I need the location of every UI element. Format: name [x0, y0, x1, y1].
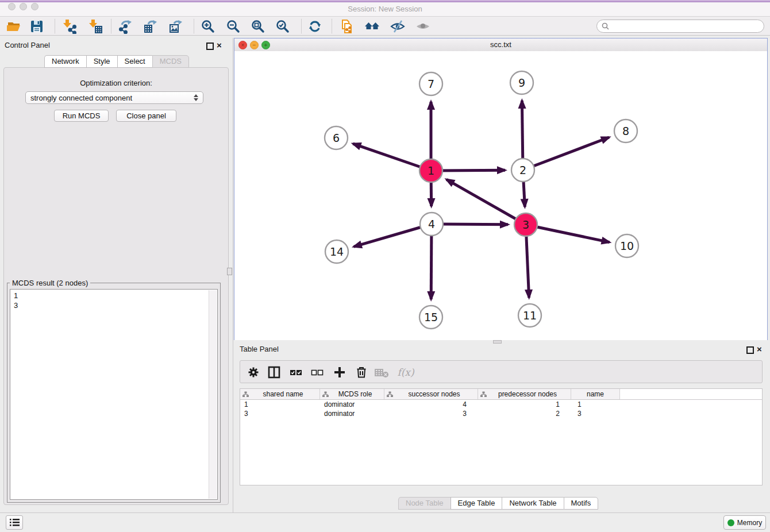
vertical-splitter[interactable] [233, 38, 233, 512]
save-icon [29, 19, 44, 34]
export-table-button[interactable] [141, 18, 160, 34]
column-header-name[interactable]: name [571, 389, 620, 399]
graph-node[interactable]: 3 [514, 213, 537, 236]
table-cell[interactable]: dominator [320, 409, 384, 418]
graph-node[interactable]: 10 [615, 234, 638, 257]
plus-icon [332, 365, 347, 380]
column-header-predecessor-nodes[interactable]: predecessor nodes [478, 389, 571, 399]
table-cell[interactable]: 3 [240, 409, 320, 418]
save-session-button[interactable] [28, 18, 46, 34]
control-panel-close-button[interactable]: × [217, 42, 222, 49]
import-table-button[interactable] [86, 18, 105, 34]
table-cell[interactable]: 1 [240, 400, 320, 409]
memory-button[interactable]: Memory [723, 515, 766, 530]
export-network-icon [118, 19, 133, 34]
tab-node-table[interactable]: Node Table [398, 497, 451, 510]
graph-node[interactable]: 14 [325, 240, 348, 263]
graph-node[interactable]: 1 [419, 159, 442, 182]
table-cell[interactable]: 1 [571, 400, 620, 409]
svg-text:11: 11 [523, 309, 537, 322]
eye-disabled-icon [415, 19, 430, 34]
unchecked-boxes-icon [310, 365, 324, 380]
table-panel-float-button[interactable] [746, 346, 754, 356]
delete-table-button-disabled [374, 364, 391, 380]
tab-network-table[interactable]: Network Table [502, 497, 563, 510]
table-settings-button[interactable] [245, 364, 262, 380]
show-hidden-button[interactable] [414, 18, 432, 34]
run-mcds-button[interactable]: Run MCDS [54, 110, 109, 122]
column-header-successor-nodes[interactable]: successor nodes [384, 389, 478, 399]
hide-selected-button[interactable] [388, 18, 407, 34]
export-image-icon [168, 19, 183, 34]
copy-network-button[interactable] [338, 18, 356, 34]
application-window: Session: New Session [0, 0, 770, 532]
hierarchy-icon [480, 391, 487, 398]
graph-node[interactable]: 9 [510, 71, 533, 94]
result-scrollbar[interactable] [209, 290, 217, 499]
horizontal-splitter-grip[interactable] [493, 340, 502, 344]
tab-style[interactable]: Style [86, 55, 117, 68]
table-cell[interactable]: 3 [384, 409, 478, 418]
import-table-icon [88, 19, 103, 34]
table-row[interactable]: 3dominator323 [240, 409, 762, 418]
zoom-out-button[interactable] [224, 18, 242, 34]
graph-node[interactable]: 6 [325, 126, 348, 149]
mcds-result-lines: 13 [10, 290, 217, 310]
search-field[interactable] [596, 20, 764, 33]
table-cell[interactable]: 2 [478, 409, 571, 418]
zoom-in-button[interactable] [199, 18, 217, 34]
table-cell[interactable]: 1 [478, 400, 571, 409]
delete-column-button[interactable] [353, 364, 370, 380]
vertical-splitter-grip[interactable] [227, 268, 232, 275]
tab-select[interactable]: Select [117, 55, 152, 68]
table-cell[interactable]: dominator [320, 400, 384, 409]
create-column-button[interactable] [331, 364, 348, 380]
graph-node[interactable]: 7 [419, 72, 442, 95]
column-header-mcds-role[interactable]: MCDS role [320, 389, 384, 399]
graph-node[interactable]: 15 [419, 306, 442, 329]
zoom-fit-button[interactable] [249, 18, 267, 34]
tab-edge-table[interactable]: Edge Table [451, 497, 502, 510]
graph-node[interactable]: 2 [511, 159, 534, 182]
graph-node[interactable]: 11 [518, 304, 541, 327]
table-cell-filler [620, 409, 762, 418]
tab-network[interactable]: Network [44, 55, 86, 68]
graph-node[interactable]: 8 [614, 119, 637, 142]
graph-edge[interactable] [523, 137, 609, 170]
graph-edge[interactable] [353, 144, 431, 171]
control-panel-float-button[interactable] [206, 42, 214, 52]
float-icon [206, 43, 214, 50]
open-session-button[interactable] [5, 18, 23, 34]
show-all-networks-button[interactable] [363, 18, 382, 34]
zoom-selected-icon [275, 19, 290, 34]
table-cell[interactable]: 3 [571, 409, 620, 418]
zoom-selected-button[interactable] [274, 18, 292, 34]
close-panel-button[interactable]: Close panel [116, 110, 176, 122]
columns-icon [267, 365, 282, 380]
show-columns-button[interactable] [265, 364, 283, 380]
apply-layout-button[interactable] [306, 18, 324, 34]
hierarchy-icon [387, 391, 393, 398]
table-panel-close-button[interactable]: × [757, 346, 762, 353]
unselect-all-columns-button[interactable] [309, 364, 326, 380]
tab-mcds[interactable]: MCDS [152, 55, 189, 68]
zoom-fit-icon [251, 19, 265, 34]
import-network-icon [61, 19, 76, 34]
table-cell[interactable]: 4 [384, 400, 478, 409]
svg-text:3: 3 [522, 218, 529, 231]
graph-edge[interactable] [446, 179, 526, 225]
export-network-button[interactable] [116, 18, 134, 34]
graph-node[interactable]: 4 [420, 213, 443, 236]
export-image-button[interactable] [167, 18, 185, 34]
mcds-result-line: 3 [10, 300, 217, 310]
tab-motifs[interactable]: Motifs [564, 497, 599, 510]
table-row[interactable]: 1dominator411 [240, 400, 762, 409]
search-input[interactable] [612, 22, 759, 31]
select-all-columns-button[interactable] [287, 364, 305, 380]
criterion-dropdown[interactable]: strongly connected component [25, 91, 203, 104]
graph-edge[interactable] [526, 225, 610, 242]
task-history-button[interactable] [6, 515, 23, 530]
hierarchy-icon [322, 391, 329, 398]
import-network-button[interactable] [60, 18, 78, 34]
column-header-shared-name[interactable]: shared name [240, 389, 320, 399]
